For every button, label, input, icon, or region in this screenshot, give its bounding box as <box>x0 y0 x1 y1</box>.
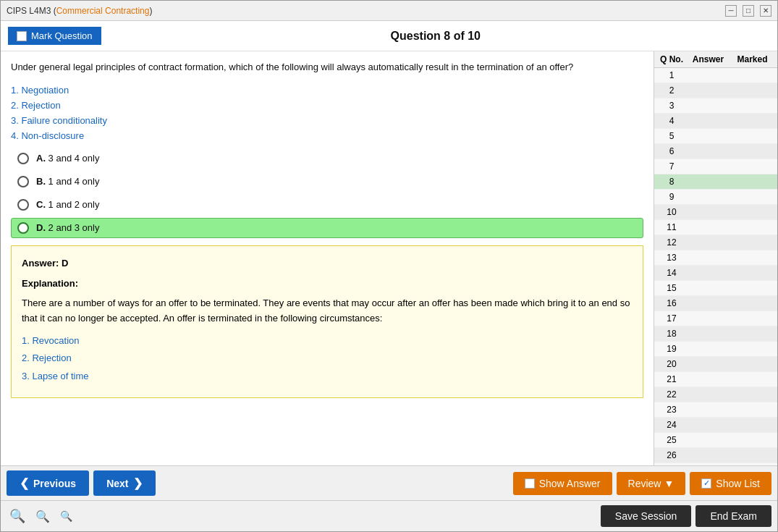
question-title: Question 8 of 10 <box>101 30 770 43</box>
side-cell-marked-17 <box>730 313 774 324</box>
show-list-button[interactable]: ✓ Show List <box>690 472 771 495</box>
side-row-7[interactable]: 7 <box>654 159 777 174</box>
review-button[interactable]: Review ▼ <box>617 472 686 495</box>
title-bar: CIPS L4M3 (Commercial Contracting) ─ □ ✕ <box>1 1 777 21</box>
side-row-19[interactable]: 19 <box>654 342 777 357</box>
next-label: Next <box>106 478 128 489</box>
side-cell-answer-22 <box>686 389 730 400</box>
side-cell-qno-13: 13 <box>657 252 686 263</box>
side-cell-qno-24: 24 <box>657 419 686 431</box>
side-cell-marked-7 <box>730 161 774 172</box>
zoom-normal-button[interactable]: 🔍 <box>33 508 53 525</box>
side-row-18[interactable]: 18 <box>654 326 777 342</box>
side-row-12[interactable]: 12 <box>654 235 777 250</box>
side-cell-answer-26 <box>686 449 730 461</box>
side-row-22[interactable]: 22 <box>654 387 777 402</box>
side-row-9[interactable]: 9 <box>654 190 777 205</box>
side-cell-answer-8 <box>686 176 730 187</box>
side-row-20[interactable]: 20 <box>654 357 777 372</box>
explanation-label: Explanation: <box>22 276 633 292</box>
side-row-17[interactable]: 17 <box>654 311 777 326</box>
side-row-4[interactable]: 4 <box>654 114 777 129</box>
side-cell-answer-16 <box>686 297 730 309</box>
end-exam-label: End Exam <box>710 510 757 522</box>
side-row-14[interactable]: 14 <box>654 266 777 281</box>
side-cell-answer-24 <box>686 419 730 431</box>
side-cell-answer-20 <box>686 358 730 370</box>
side-list[interactable]: 1234567891011121314151617181920212223242… <box>654 68 777 465</box>
show-answer-label: Show Answer <box>539 478 601 489</box>
side-cell-marked-5 <box>730 130 774 142</box>
zoom-out-button[interactable]: 🔍 <box>57 509 75 523</box>
side-cell-qno-9: 9 <box>657 191 686 203</box>
answer-options: A. 3 and 4 only B. 1 and 4 only C. 1 and… <box>11 148 643 238</box>
option-b-text: B. 1 and 4 only <box>36 176 99 187</box>
list-item-3: 3. Failure conditionality <box>11 115 643 126</box>
option-a-text: A. 3 and 4 only <box>36 153 99 164</box>
side-row-21[interactable]: 21 <box>654 372 777 387</box>
side-row-11[interactable]: 11 <box>654 220 777 235</box>
show-answer-button[interactable]: Show Answer <box>513 472 612 495</box>
option-d[interactable]: D. 2 and 3 only <box>11 218 643 238</box>
side-row-3[interactable]: 3 <box>654 98 777 114</box>
side-row-8[interactable]: 8 <box>654 174 777 190</box>
side-cell-qno-18: 18 <box>657 328 686 339</box>
list-item-2: 2. Rejection <box>11 100 643 111</box>
side-row-1[interactable]: 1 <box>654 68 777 83</box>
side-cell-qno-7: 7 <box>657 161 686 172</box>
option-b[interactable]: B. 1 and 4 only <box>11 172 643 192</box>
side-row-23[interactable]: 23 <box>654 402 777 418</box>
side-cell-qno-15: 15 <box>657 282 686 294</box>
side-row-13[interactable]: 13 <box>654 250 777 266</box>
side-row-2[interactable]: 2 <box>654 83 777 98</box>
side-row-24[interactable]: 24 <box>654 418 777 433</box>
zoom-in-button[interactable]: 🔍 <box>7 507 28 525</box>
restore-button[interactable]: □ <box>743 5 754 17</box>
option-c[interactable]: C. 1 and 2 only <box>11 195 643 215</box>
save-session-button[interactable]: Save Session <box>601 505 692 527</box>
radio-c <box>17 199 29 211</box>
side-cell-answer-7 <box>686 161 730 172</box>
side-row-5[interactable]: 5 <box>654 129 777 144</box>
side-cell-marked-21 <box>730 373 774 385</box>
side-cell-qno-14: 14 <box>657 267 686 279</box>
side-cell-qno-3: 3 <box>657 100 686 111</box>
side-row-25[interactable]: 25 <box>654 433 777 448</box>
side-cell-qno-10: 10 <box>657 206 686 218</box>
side-row-6[interactable]: 6 <box>654 144 777 159</box>
side-cell-qno-11: 11 <box>657 221 686 233</box>
end-exam-button[interactable]: End Exam <box>695 505 771 527</box>
mark-question-button[interactable]: Mark Question <box>8 27 101 45</box>
option-list: 1. Negotiation 2. Rejection 3. Failure c… <box>11 85 643 141</box>
side-cell-marked-9 <box>730 191 774 203</box>
side-row-15[interactable]: 15 <box>654 281 777 296</box>
side-row-26[interactable]: 26 <box>654 448 777 463</box>
exp-item-2: 2. Rejection <box>22 351 633 366</box>
side-cell-marked-19 <box>730 343 774 355</box>
side-cell-marked-11 <box>730 221 774 233</box>
side-cell-qno-1: 1 <box>657 69 686 81</box>
side-row-16[interactable]: 16 <box>654 296 777 311</box>
side-cell-qno-23: 23 <box>657 404 686 415</box>
previous-label: Previous <box>33 478 76 489</box>
side-cell-qno-21: 21 <box>657 373 686 385</box>
next-button[interactable]: Next ❯ <box>93 470 155 496</box>
minimize-button[interactable]: ─ <box>725 5 737 17</box>
side-row-10[interactable]: 10 <box>654 205 777 220</box>
side-cell-answer-2 <box>686 85 730 96</box>
previous-button[interactable]: ❮ Previous <box>7 470 89 496</box>
side-cell-marked-15 <box>730 282 774 294</box>
window-controls: ─ □ ✕ <box>725 5 771 17</box>
exp-item-1: 1. Revocation <box>22 334 633 349</box>
col-marked: Marked <box>730 54 774 64</box>
show-answer-icon <box>525 478 535 489</box>
side-cell-answer-14 <box>686 267 730 279</box>
close-button[interactable]: ✕ <box>760 5 771 17</box>
side-cell-answer-18 <box>686 328 730 339</box>
side-cell-marked-6 <box>730 145 774 157</box>
side-cell-answer-6 <box>686 145 730 157</box>
next-arrow-icon: ❯ <box>133 476 143 490</box>
option-a[interactable]: A. 3 and 4 only <box>11 148 643 169</box>
content-panel: Under general legal principles of contra… <box>1 51 654 465</box>
side-cell-marked-12 <box>730 237 774 248</box>
